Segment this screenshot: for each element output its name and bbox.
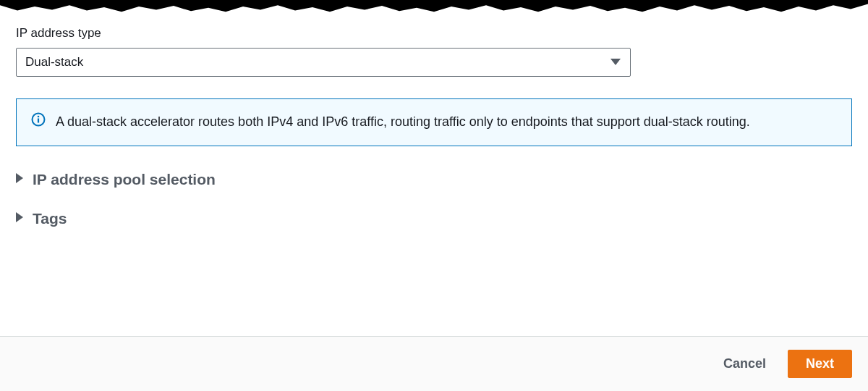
info-text: A dual-stack accelerator routes both IPv…: [56, 112, 750, 133]
ip-address-type-select-value[interactable]: Dual-stack: [16, 48, 631, 77]
svg-marker-4: [16, 173, 23, 183]
caret-right-icon: [16, 212, 24, 225]
caret-right-icon: [16, 173, 24, 186]
ip-address-type-label: IP address type: [16, 26, 852, 41]
ip-pool-expander[interactable]: IP address pool selection: [16, 171, 852, 188]
cancel-button[interactable]: Cancel: [719, 350, 770, 377]
svg-rect-3: [38, 119, 39, 123]
footer-actions: Cancel Next: [0, 336, 868, 391]
ip-address-type-select[interactable]: Dual-stack: [16, 48, 631, 77]
torn-edge-decoration: [0, 0, 868, 13]
info-icon: [31, 112, 46, 133]
info-alert: A dual-stack accelerator routes both IPv…: [16, 98, 852, 146]
tags-expander[interactable]: Tags: [16, 210, 852, 227]
svg-marker-5: [16, 212, 23, 222]
next-button[interactable]: Next: [788, 350, 852, 378]
ip-pool-expander-label: IP address pool selection: [33, 171, 216, 188]
form-content: IP address type Dual-stack A dual-stack …: [0, 13, 868, 227]
tags-expander-label: Tags: [33, 210, 67, 227]
svg-point-2: [38, 116, 40, 118]
